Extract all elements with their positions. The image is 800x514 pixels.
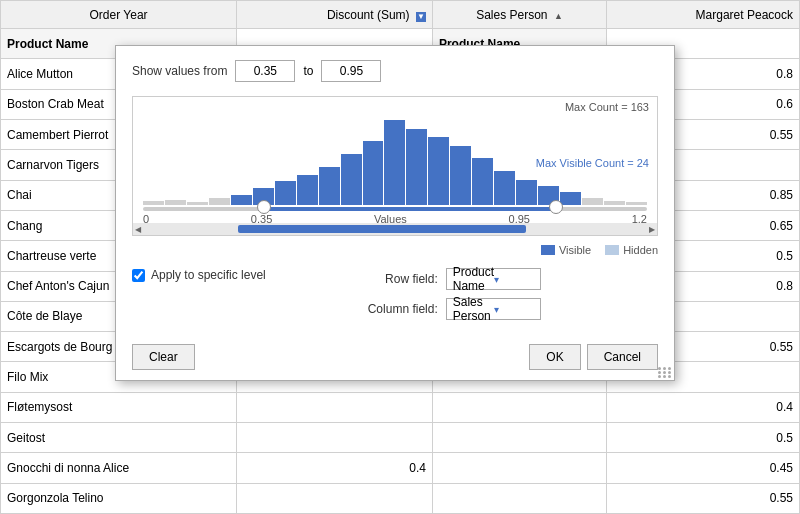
hist-bar — [384, 120, 405, 205]
histogram: Max Count = 163 Max Visible Count = 24 — [132, 96, 658, 236]
hist-bar — [209, 198, 230, 205]
col-field-dropdown-arrow[interactable]: ▾ — [494, 304, 535, 315]
hist-bar — [494, 171, 515, 205]
clear-button[interactable]: Clear — [132, 344, 195, 370]
footer-right-buttons: OK Cancel — [529, 344, 658, 370]
table-row: Gorgonzola Telino 0.55 — [1, 483, 800, 513]
range-track-container[interactable] — [143, 205, 647, 213]
discount-header[interactable]: Discount (Sum) ▼ — [237, 1, 433, 29]
legend-visible: Visible — [541, 244, 591, 256]
apply-label: Apply to specific level — [151, 268, 266, 282]
legend-visible-label: Visible — [559, 244, 591, 256]
col-field-select[interactable]: Sales Person ▾ — [446, 298, 542, 320]
cancel-button[interactable]: Cancel — [587, 344, 658, 370]
row-field-label: Row field: — [346, 272, 446, 286]
from-value-input[interactable] — [235, 60, 295, 82]
order-year-header: Order Year — [1, 1, 237, 29]
hist-bar — [341, 154, 362, 205]
scrollbar-thumb[interactable] — [238, 225, 526, 233]
hist-bar — [406, 129, 427, 206]
range-selected — [264, 207, 556, 211]
sort-icon: ▲ — [554, 11, 563, 21]
legend-visible-box — [541, 245, 555, 255]
histogram-legend: Visible Hidden — [132, 244, 658, 256]
sales-person-header[interactable]: Sales Person ▲ — [432, 1, 606, 29]
legend-hidden-label: Hidden — [623, 244, 658, 256]
hist-bar — [450, 146, 471, 206]
filter-icon[interactable]: ▼ — [416, 12, 426, 22]
histogram-scrollbar[interactable]: ◀ ▶ — [133, 223, 657, 235]
table-row: Fløtemysost 0.4 — [1, 392, 800, 422]
scrollbar-left-arrow[interactable]: ◀ — [135, 225, 141, 234]
col-field-value: Sales Person — [453, 295, 494, 323]
hist-bar — [560, 192, 581, 205]
hist-bar — [275, 181, 296, 205]
row-field-dropdown-arrow[interactable]: ▾ — [494, 274, 534, 285]
max-count-label: Max Count = 163 — [565, 101, 649, 113]
filter-dialog: Show values from to Max Count = 163 Max … — [115, 45, 675, 381]
hist-bar — [297, 175, 318, 205]
legend-hidden-box — [605, 245, 619, 255]
margaret-peacock-header: Margaret Peacock — [607, 1, 800, 29]
col-field-label: Column field: — [346, 302, 446, 316]
hist-bar — [428, 137, 449, 205]
row-field-select[interactable]: Product Name ▾ — [446, 268, 542, 290]
apply-checkbox[interactable] — [132, 269, 145, 282]
scrollbar-right-arrow[interactable]: ▶ — [649, 225, 655, 234]
hist-bar — [231, 195, 252, 205]
hist-bar — [319, 167, 340, 205]
show-values-row: Show values from to — [132, 60, 658, 82]
dialog-footer: Clear OK Cancel — [116, 334, 674, 380]
hist-bar — [582, 198, 603, 205]
range-handle-left[interactable] — [257, 200, 271, 214]
ok-button[interactable]: OK — [529, 344, 580, 370]
show-values-label: Show values from — [132, 64, 227, 78]
legend-hidden: Hidden — [605, 244, 658, 256]
hist-bar — [472, 158, 493, 205]
range-handle-right[interactable] — [549, 200, 563, 214]
hist-bar — [363, 141, 384, 205]
to-value-input[interactable] — [321, 60, 381, 82]
hist-bar — [516, 180, 537, 206]
to-label: to — [303, 64, 313, 78]
table-row: Geitost 0.5 — [1, 423, 800, 453]
apply-specific-level-row: Apply to specific level — [132, 268, 266, 282]
histogram-bars — [143, 120, 647, 205]
row-field-value: Product Name — [453, 265, 494, 293]
fields-section: Row field: Product Name ▾ Column field: … — [346, 268, 542, 320]
table-row: Gnocchi di nonna Alice 0.4 0.45 — [1, 453, 800, 483]
resize-handle[interactable] — [658, 367, 672, 378]
